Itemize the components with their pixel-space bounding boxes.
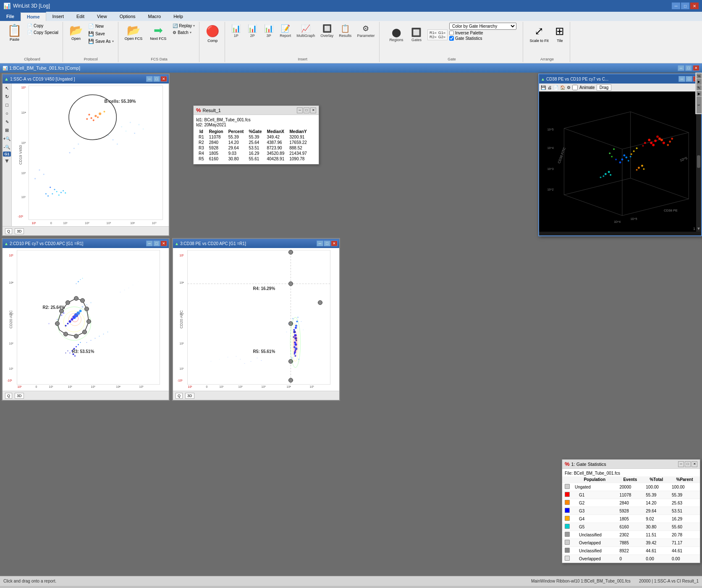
right-tb-btn1[interactable]: % [697, 73, 702, 78]
plot2-node10[interactable] [64, 332, 68, 336]
right-tb-btn2[interactable]: ▶ [697, 79, 702, 85]
close-button[interactable]: ✕ [690, 3, 699, 9]
plot2-node3[interactable] [66, 301, 70, 305]
open-fcs-button[interactable]: 📂 Open FCS [122, 23, 146, 43]
arrow-tool[interactable]: ↖ [3, 84, 11, 92]
save-button[interactable]: 💾 Save [86, 30, 115, 37]
tab-edit[interactable]: Edit [70, 12, 91, 21]
tab-file[interactable]: File [0, 12, 21, 21]
plot2-q-button[interactable]: Q [5, 393, 12, 399]
plot1-close[interactable]: ✕ [160, 76, 167, 82]
new-button[interactable]: 📄 New [86, 23, 115, 30]
plot2-node9[interactable] [74, 334, 79, 338]
overlay-button[interactable]: 🔲 Overlay [318, 23, 335, 39]
tab-insert[interactable]: Insert [46, 12, 71, 21]
results-button[interactable]: 📋 Results [337, 23, 354, 39]
result-maximize[interactable]: □ [304, 107, 309, 113]
result-close[interactable]: ✕ [310, 107, 316, 113]
3p-button[interactable]: 📊 3P [261, 23, 276, 39]
plot3-maximize[interactable]: □ [324, 240, 330, 246]
tab-macro[interactable]: Macro [142, 12, 168, 21]
gate-stats-maximize[interactable]: □ [685, 461, 691, 467]
plot3d-maximize[interactable]: □ [686, 76, 692, 82]
paste-button[interactable]: 📋 Paste [4, 23, 25, 44]
plot3-q-button[interactable]: Q [176, 393, 183, 399]
replay-button[interactable]: 🔄 Replay ▾ [171, 23, 196, 29]
report-button[interactable]: 📝 Report [278, 23, 293, 39]
parameter-button[interactable]: ⚙ Parameter [355, 23, 377, 39]
tab-view[interactable]: View [91, 12, 113, 21]
comp-button[interactable]: 🔴 Comp [203, 23, 222, 45]
arrange-group-label: Arrange [524, 57, 570, 61]
g1-badge[interactable]: G1 [3, 152, 10, 157]
plot2-node5[interactable] [81, 298, 85, 303]
gates-button[interactable]: 🔲 Gates [407, 26, 426, 43]
svg-point-41 [130, 122, 131, 123]
plot2-node1[interactable] [55, 321, 60, 326]
plot1-q-button[interactable]: Q [5, 228, 12, 234]
plot2-close[interactable]: ✕ [160, 240, 167, 246]
plot3-corner5[interactable] [289, 378, 293, 382]
plot2-maximize[interactable]: □ [153, 240, 160, 246]
scale-to-fit-button[interactable]: ⤢ Scale to Fit [526, 23, 551, 45]
comp-group: 🔴 Comp [200, 22, 225, 62]
plot3-3d-button[interactable]: 3D [185, 393, 194, 399]
open-button[interactable]: 📂 Open [66, 23, 86, 43]
mdi-minimize-button[interactable]: ─ [678, 65, 684, 71]
batch-button[interactable]: ⚙ Batch ▾ [171, 29, 196, 36]
result-minimize[interactable]: ─ [297, 107, 303, 113]
plot1-minimize[interactable]: ─ [146, 76, 153, 82]
minimize-button[interactable]: ─ [672, 3, 680, 9]
drag-button[interactable]: Drag [597, 84, 612, 91]
freehand-tool[interactable]: ✎ [3, 118, 11, 125]
mdi-close-button[interactable]: ✕ [693, 65, 699, 71]
zoom-in-tool[interactable]: +🔍 [3, 135, 11, 142]
plot3-close[interactable]: ✕ [331, 240, 338, 246]
regions-button[interactable]: ⬤ Regions [387, 26, 406, 43]
plot2-minimize[interactable]: ─ [146, 240, 153, 246]
zoom-out-tool[interactable]: -🔍 [3, 143, 11, 151]
right-tb-vertical[interactable]: 1 [697, 97, 702, 113]
tab-home[interactable]: Home [21, 12, 46, 21]
animate-checkbox[interactable] [572, 85, 578, 90]
gate-statistics-checkbox[interactable] [449, 36, 454, 41]
color-by-select[interactable]: Color by Gate Hierarchy [449, 23, 516, 30]
save-as-button[interactable]: 💾 Save As ▾ [86, 38, 115, 45]
plot2-node6[interactable] [85, 307, 89, 311]
plot1-3d-button[interactable]: 3D [15, 228, 24, 234]
plot2-3d-button[interactable]: 3D [15, 393, 24, 399]
right-tb-expand[interactable]: ▶ [697, 91, 702, 96]
1p-button[interactable]: 📊 1P [228, 23, 244, 39]
plot3-corner4[interactable] [289, 359, 293, 363]
plot3-corner1[interactable] [289, 250, 293, 254]
copy-button[interactable]: 📄 Copy [26, 23, 60, 29]
ellipse-tool[interactable]: ○ [3, 110, 11, 117]
plot3-minimize[interactable]: ─ [317, 240, 323, 246]
rotate-tool[interactable]: ↻ [3, 93, 11, 100]
copy-special-button[interactable]: 📄 Copy Special [26, 29, 60, 36]
rect-tool[interactable]: □ [3, 101, 11, 109]
plot3d-minimize[interactable]: ─ [678, 76, 685, 82]
maximize-button[interactable]: □ [681, 3, 689, 9]
gate-stats-close[interactable]: ✕ [692, 461, 697, 467]
plot3-corner6[interactable] [318, 301, 322, 305]
right-tb-btn3[interactable]: ✎ [697, 85, 702, 90]
plot3-corner2[interactable] [289, 282, 293, 286]
tab-help[interactable]: Help [167, 12, 189, 21]
plot2-node8[interactable] [83, 330, 87, 334]
mdi-restore-button[interactable]: □ [685, 65, 692, 71]
gate-stats-minimize[interactable]: ─ [678, 461, 684, 467]
plot2-node7[interactable] [87, 319, 91, 324]
tile-button[interactable]: ⊞ Tile [552, 23, 567, 45]
tab-options[interactable]: Options [113, 12, 142, 21]
multigraph-button[interactable]: 📈 MultiGraph [294, 23, 317, 39]
2p-button[interactable]: 📊 2P [245, 23, 260, 39]
plot3-corner3[interactable] [289, 321, 293, 326]
plot2-node4[interactable] [74, 296, 79, 301]
inverse-palette-checkbox[interactable] [449, 31, 454, 35]
expand-tool[interactable]: ▼ [4, 157, 10, 164]
grid-tool[interactable]: ⊞ [3, 126, 11, 134]
g1-label-ribbon: G1= [438, 31, 445, 35]
plot1-maximize[interactable]: □ [153, 76, 160, 82]
next-fcs-button[interactable]: ➡ Next FCS [147, 23, 169, 43]
